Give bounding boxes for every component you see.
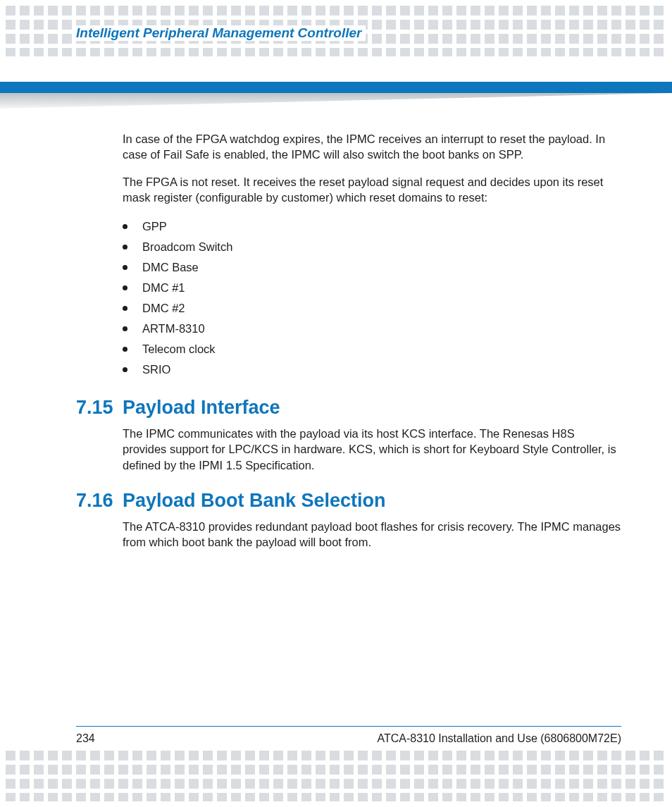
page-footer: 234 ATCA-8310 Installation and Use (6806… <box>76 732 621 745</box>
reset-domain-list: GPPBroadcom SwitchDMC BaseDMC #1DMC #2AR… <box>123 216 621 380</box>
header-rule <box>0 82 672 93</box>
header-wedge <box>0 93 672 109</box>
page-number: 234 <box>76 732 95 745</box>
section-paragraph: The ATCA-8310 provides redundant payload… <box>123 519 621 550</box>
section-title: Payload Interface <box>123 397 280 419</box>
footer-rule <box>76 726 621 727</box>
list-item: SRIO <box>123 359 621 380</box>
list-item: ARTM-8310 <box>123 319 621 339</box>
document-id: ATCA-8310 Installation and Use (6806800M… <box>377 732 621 745</box>
section-paragraph: The IPMC communicates with the payload v… <box>123 426 621 473</box>
footer-pattern <box>0 751 672 801</box>
body-paragraph: In case of the FPGA watchdog expires, th… <box>123 131 621 163</box>
page-content: In case of the FPGA watchdog expires, th… <box>76 131 621 561</box>
section-number: 7.16 <box>76 490 123 512</box>
body-paragraph: The FPGA is not reset. It receives the r… <box>123 174 621 206</box>
section-heading-7-16: 7.16 Payload Boot Bank Selection <box>76 490 621 512</box>
list-item: Broadcom Switch <box>123 237 621 257</box>
list-item: DMC #2 <box>123 298 621 319</box>
list-item: DMC Base <box>123 257 621 278</box>
section-number: 7.15 <box>76 397 123 419</box>
list-item: Telecom clock <box>123 339 621 359</box>
list-item: GPP <box>123 216 621 237</box>
section-heading-7-15: 7.15 Payload Interface <box>76 397 621 419</box>
section-title: Payload Boot Bank Selection <box>123 490 386 512</box>
running-header: Intelligent Peripheral Management Contro… <box>76 25 366 41</box>
list-item: DMC #1 <box>123 278 621 298</box>
